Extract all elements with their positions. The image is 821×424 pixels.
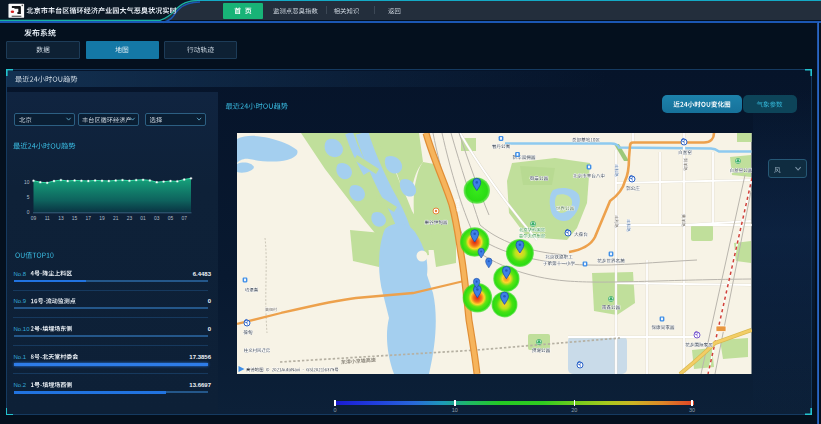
svg-text:13.6697: 13.6697 <box>189 382 211 388</box>
svg-text:0: 0 <box>208 326 212 332</box>
svg-text:0: 0 <box>208 298 212 304</box>
svg-text:6.4483: 6.4483 <box>193 271 212 277</box>
svg-text:No.1: No.1 <box>14 354 27 360</box>
svg-text:No.2: No.2 <box>14 382 27 388</box>
svg-text:17.3856: 17.3856 <box>189 354 211 360</box>
svg-text:No.9: No.9 <box>14 298 27 304</box>
svg-text:No.8: No.8 <box>14 271 27 277</box>
svg-text:No.10: No.10 <box>14 326 31 332</box>
